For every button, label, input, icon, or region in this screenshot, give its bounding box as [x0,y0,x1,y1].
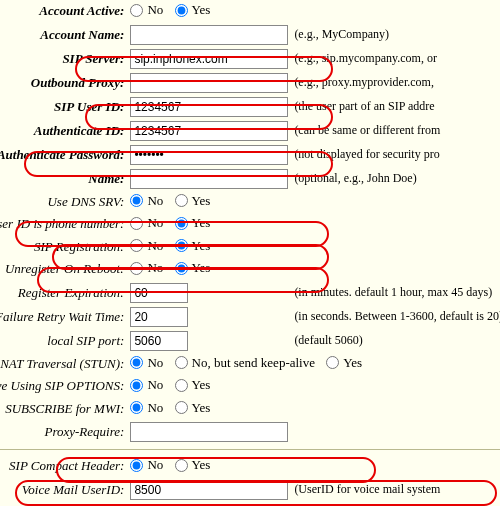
account-active-yes[interactable]: Yes [175,2,211,18]
hint-local-sip-port: (default 5060) [291,329,500,353]
label-nat-trav: NAT Traversal (STUN): [0,353,127,376]
sip-reg-no[interactable]: No [130,238,163,254]
reg-exp-input[interactable] [130,283,188,303]
label-dns-srv: Use DNS SRV: [0,191,127,214]
nat-no-keepalive[interactable]: No, but send keep-alive [175,355,315,371]
label-sub-mwi: SUBSCRIBE for MWI: [0,398,127,421]
outbound-proxy-input[interactable] [130,73,288,93]
label-vm-userid: Voice Mail UserID: [0,478,127,502]
label-sip-user-id: SIP User ID: [0,95,127,119]
local-sip-port-input[interactable] [130,331,188,351]
label-proxy-require: Proxy-Require: [0,420,127,444]
auth-id-input[interactable] [130,121,288,141]
uid-phone-yes[interactable]: Yes [175,215,211,231]
hint-auth-id: (can be same or different from [291,119,500,143]
label-unreg-reboot: Unregister On Reboot: [0,258,127,281]
keepalive-no[interactable]: No [130,377,163,393]
account-name-input[interactable] [130,25,288,45]
label-auth-pw: Authenticate Password: [0,143,127,167]
sub-mwi-yes[interactable]: Yes [175,400,211,416]
label-retry-wait: tion Failure Retry Wait Time: [0,305,127,329]
name-input[interactable] [130,169,288,189]
uid-phone-no[interactable]: No [130,215,163,231]
hint-sip-user-id: (the user part of an SIP addre [291,95,500,119]
hint-retry-wait: (in seconds. Between 1-3600, default is … [291,305,500,329]
label-keepalive: -Alive Using SIP OPTIONS: [0,375,127,398]
sip-user-id-input[interactable] [130,97,288,117]
label-compact-hdr: SIP Compact Header: [0,455,127,478]
hint-reg-exp: (in minutes. default 1 hour, max 45 days… [291,281,500,305]
unreg-reboot-no[interactable]: No [130,260,163,276]
label-sip-reg: SIP Registration: [0,236,127,259]
label-account-active: Account Active: [0,0,127,23]
label-reg-exp: Register Expiration: [0,281,127,305]
sip-server-input[interactable] [130,49,288,69]
account-active-no[interactable]: No [130,2,163,18]
compact-hdr-yes[interactable]: Yes [175,457,211,473]
hint-sip-server: (e.g., sip.mycompany.com, or [291,47,500,71]
nat-yes[interactable]: Yes [326,355,362,371]
config-form: Account Active: No Yes Account Name: (e.… [0,0,500,506]
label-auth-id: Authenticate ID: [0,119,127,143]
keepalive-yes[interactable]: Yes [175,377,211,393]
hint-outbound-proxy: (e.g., proxy.myprovider.com, [291,71,500,95]
label-outbound-proxy: Outbound Proxy: [0,71,127,95]
unreg-reboot-yes[interactable]: Yes [175,260,211,276]
proxy-require-input[interactable] [130,422,288,442]
label-account-name: Account Name: [0,23,127,47]
auth-pw-input[interactable] [130,145,288,165]
label-name: Name: [0,167,127,191]
hint-auth-pw: (not displayed for security pro [291,143,500,167]
dns-srv-no[interactable]: No [130,193,163,209]
hint-name: (optional, e.g., John Doe) [291,167,500,191]
label-uid-phone: User ID is phone number: [0,213,127,236]
label-local-sip-port: local SIP port: [0,329,127,353]
sub-mwi-no[interactable]: No [130,400,163,416]
vm-userid-input[interactable] [130,480,288,500]
label-sip-server: SIP Server: [0,47,127,71]
sip-reg-yes[interactable]: Yes [175,238,211,254]
retry-wait-input[interactable] [130,307,188,327]
hint-vm-userid: (UserID for voice mail system [291,478,500,502]
separator [0,449,500,450]
compact-hdr-no[interactable]: No [130,457,163,473]
label-send-dtmf: Send DTMF: [0,502,127,507]
dns-srv-yes[interactable]: Yes [175,193,211,209]
hint-account-name: (e.g., MyCompany) [291,23,500,47]
nat-no[interactable]: No [130,355,163,371]
